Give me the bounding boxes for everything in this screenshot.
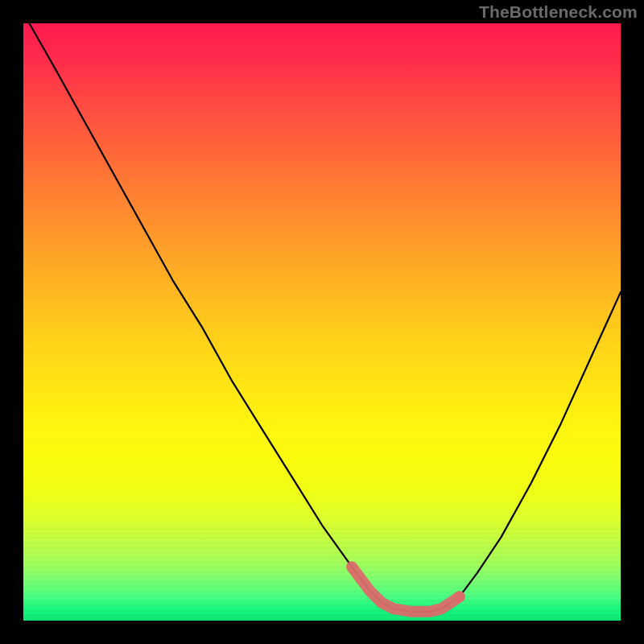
- watermark-text: TheBottleneck.com: [479, 2, 638, 22]
- curve-svg: [23, 23, 621, 621]
- optimal-zone-highlight: [352, 567, 460, 612]
- bottleneck-curve: [29, 23, 621, 612]
- chart-container: TheBottleneck.com: [0, 0, 644, 644]
- optimal-zone-marker: [454, 591, 465, 602]
- plot-area: [23, 23, 621, 621]
